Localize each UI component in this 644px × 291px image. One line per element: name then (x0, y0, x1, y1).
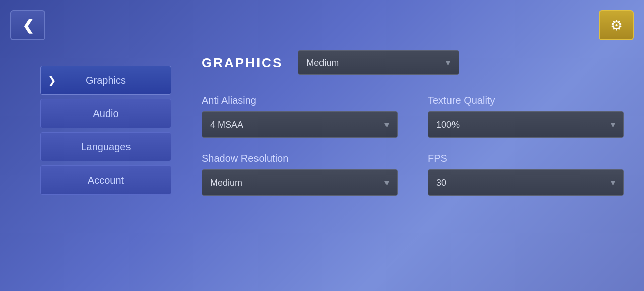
anti-aliasing-dropdown[interactable]: 4 MSAA ▾ (202, 111, 398, 138)
settings-grid: Anti Aliasing 4 MSAA ▾ Texture Quality 1… (202, 95, 624, 196)
shadow-resolution-label: Shadow Resolution (202, 153, 398, 164)
settings-button[interactable]: ⚙ (599, 10, 634, 40)
sidebar-item-audio[interactable]: Audio (40, 99, 171, 128)
shadow-resolution-group: Shadow Resolution Medium ▾ (202, 153, 398, 196)
anti-aliasing-label: Anti Aliasing (202, 95, 398, 106)
texture-quality-label: Texture Quality (428, 95, 624, 106)
active-arrow-icon: ❯ (48, 74, 56, 86)
chevron-down-icon: ▾ (446, 57, 450, 68)
sidebar-item-label: Account (88, 174, 124, 186)
fps-label: FPS (428, 153, 624, 164)
sidebar-item-label: Languages (81, 141, 131, 153)
anti-aliasing-value: 4 MSAA (210, 120, 378, 130)
graphics-preset-dropdown[interactable]: Medium ▾ (298, 50, 459, 75)
page-title: GRAPHICS (202, 55, 283, 71)
chevron-down-icon: ▾ (611, 119, 615, 130)
chevron-down-icon: ▾ (384, 177, 389, 188)
texture-quality-dropdown[interactable]: 100% ▾ (428, 111, 624, 138)
sidebar-item-label: Graphics (86, 75, 126, 86)
texture-quality-group: Texture Quality 100% ▾ (428, 95, 624, 138)
sidebar-item-languages[interactable]: Languages (40, 132, 171, 161)
sidebar: ❯ Graphics Audio Languages Account (40, 66, 171, 195)
gear-icon: ⚙ (610, 17, 623, 34)
sidebar-item-account[interactable]: Account (40, 165, 171, 195)
texture-quality-value: 100% (436, 120, 605, 130)
anti-aliasing-group: Anti Aliasing 4 MSAA ▾ (202, 95, 398, 138)
chevron-down-icon: ▾ (384, 119, 389, 130)
main-content: GRAPHICS Medium ▾ Anti Aliasing 4 MSAA ▾… (202, 50, 624, 196)
sidebar-item-graphics[interactable]: ❯ Graphics (40, 66, 171, 95)
shadow-resolution-dropdown[interactable]: Medium ▾ (202, 169, 398, 196)
sidebar-item-label: Audio (93, 108, 118, 120)
fps-group: FPS 30 ▾ (428, 153, 624, 196)
shadow-resolution-value: Medium (210, 178, 378, 188)
graphics-preset-value: Medium (306, 57, 440, 68)
chevron-down-icon: ▾ (611, 177, 615, 188)
graphics-header: GRAPHICS Medium ▾ (202, 50, 624, 75)
fps-value: 30 (436, 178, 605, 188)
chevron-left-icon: ❮ (22, 17, 34, 34)
back-button[interactable]: ❮ (10, 10, 45, 40)
fps-dropdown[interactable]: 30 ▾ (428, 169, 624, 196)
